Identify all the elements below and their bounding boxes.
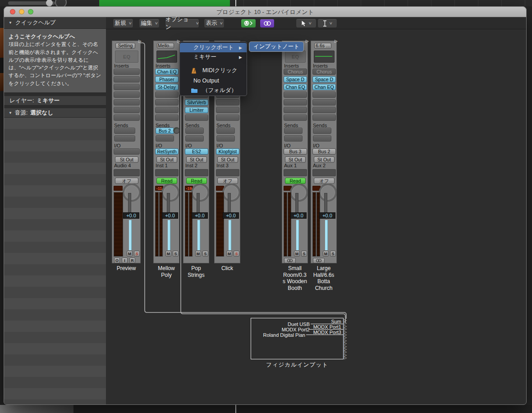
insert-slot[interactable]: [284, 99, 307, 106]
eq-display[interactable]: EQ: [285, 50, 306, 63]
pan-knob[interactable]: [290, 184, 307, 201]
window-titlebar[interactable]: プロジェクト 10 - エンバイロメント: [4, 6, 527, 17]
insert-slot[interactable]: [185, 115, 208, 121]
insert-slot[interactable]: [114, 76, 140, 83]
insert-slot[interactable]: Chan EQ: [155, 69, 179, 75]
insert-slot[interactable]: [114, 84, 140, 90]
group-slot[interactable]: [284, 169, 307, 176]
channel-strip-mellow-poly[interactable]: ▷Mello...InsertsChan EQPhaserSt-DelaySen…: [153, 41, 179, 263]
insert-slot[interactable]: [155, 99, 179, 106]
insert-slot[interactable]: Space D: [312, 76, 336, 83]
send-slot[interactable]: [114, 128, 135, 134]
submenu-item-input-notes[interactable]: インプットノート: [249, 41, 304, 52]
pan-knob[interactable]: [223, 184, 240, 201]
solo-button[interactable]: S: [301, 251, 307, 257]
cable-port-icon[interactable]: ▷: [344, 356, 347, 360]
insert-slot[interactable]: Space D: [284, 76, 307, 83]
stereo-format-button[interactable]: [313, 258, 325, 263]
group-slot[interactable]: [185, 169, 208, 176]
insert-slot[interactable]: [155, 115, 179, 121]
record-enable-button[interactable]: R: [129, 257, 135, 263]
automation-mode-button[interactable]: Read: [186, 178, 207, 184]
send-level-knob[interactable]: [173, 127, 180, 134]
cable-port-icon[interactable]: ▷: [335, 39, 338, 43]
automation-mode-button[interactable]: オフ: [217, 178, 238, 184]
context-menu-item-MIDIクリック[interactable]: MIDIクリック: [180, 65, 247, 76]
menu-button-edit[interactable]: 編集∨: [139, 18, 160, 28]
insert-slot[interactable]: [284, 115, 307, 121]
output-button[interactable]: O: [114, 257, 120, 263]
insert-slot[interactable]: St-Delay: [155, 84, 179, 90]
insert-slot[interactable]: Chan EQ: [312, 84, 336, 90]
insert-slot[interactable]: [114, 115, 140, 121]
input-slot[interactable]: ES2: [185, 148, 208, 155]
context-menu-item-ミキサー[interactable]: ミキサー▶: [180, 52, 247, 62]
source-row[interactable]: ▼ 音源: 選択なし: [4, 108, 106, 118]
solo-button[interactable]: S: [134, 251, 140, 257]
automation-mode-button[interactable]: オフ: [115, 178, 138, 184]
automation-mode-button[interactable]: Read: [285, 178, 306, 184]
insert-slot[interactable]: Limiter: [185, 107, 208, 113]
mute-button[interactable]: M: [323, 251, 329, 257]
midi-in-button[interactable]: [241, 18, 256, 28]
mute-button[interactable]: M: [127, 251, 133, 257]
output-slot[interactable]: St Out: [217, 156, 238, 163]
insert-slot[interactable]: [312, 99, 336, 106]
volume-fader[interactable]: [229, 220, 231, 250]
send-slot[interactable]: [156, 135, 174, 142]
menu-button-options[interactable]: オプション∨: [165, 18, 199, 28]
automation-mode-button[interactable]: Read: [156, 178, 177, 184]
output-slot[interactable]: St Out: [314, 156, 335, 163]
menu-button-new[interactable]: 新規∨: [113, 18, 133, 28]
eq-display[interactable]: EQ: [115, 50, 138, 63]
insert-slot[interactable]: Phaser: [155, 76, 179, 83]
input-slot[interactable]: RetSynth: [155, 148, 179, 155]
stereo-format-button[interactable]: [284, 258, 296, 263]
input-slot[interactable]: Bus 3: [284, 148, 307, 155]
cable-port-icon[interactable]: ▷: [306, 39, 309, 43]
fader-track[interactable]: [295, 193, 298, 213]
insert-slot[interactable]: Chorus: [312, 69, 336, 75]
input-slot[interactable]: Bus 2: [312, 148, 336, 155]
send-slot[interactable]: [284, 128, 303, 134]
context-menu-item-クリックポート[interactable]: クリックポート▶: [180, 43, 247, 52]
group-slot[interactable]: [114, 169, 140, 176]
insert-slot[interactable]: [312, 92, 336, 98]
fader-track[interactable]: [324, 193, 327, 213]
eq-display[interactable]: [156, 50, 177, 63]
strip-setting-button[interactable]: Mello...: [157, 43, 174, 49]
send-slot[interactable]: [185, 128, 204, 134]
fader-track[interactable]: [167, 193, 170, 213]
send-slot[interactable]: [114, 135, 135, 142]
automation-mode-button[interactable]: オフ: [314, 178, 335, 184]
mute-button[interactable]: M: [165, 251, 171, 257]
insert-slot[interactable]: [216, 115, 239, 121]
input-slot[interactable]: Klopfgist: [216, 148, 239, 155]
output-slot[interactable]: St Out: [186, 156, 207, 163]
solo-button[interactable]: S: [234, 251, 239, 257]
send-slot[interactable]: [313, 135, 331, 142]
fader-track[interactable]: [228, 193, 231, 213]
insert-slot[interactable]: [114, 92, 140, 98]
fader-track[interactable]: [128, 193, 131, 213]
insert-slot[interactable]: [284, 107, 307, 113]
insert-slot[interactable]: [216, 99, 239, 106]
cable-port-icon[interactable]: ▷: [138, 39, 142, 43]
volume-fader[interactable]: [325, 220, 328, 250]
link-button[interactable]: [260, 18, 275, 28]
insert-slot[interactable]: [312, 115, 336, 121]
send-slot[interactable]: [313, 128, 331, 134]
channel-strip-large-hall-6-6s-botta-church[interactable]: ▷6.6s ...InsertsChorusSpace DChan EQSend…: [311, 41, 337, 263]
solo-button[interactable]: S: [173, 251, 179, 257]
strip-setting-button[interactable]: 6.6s ...: [314, 43, 331, 49]
insert-slot[interactable]: [155, 92, 179, 98]
input-slot[interactable]: [114, 148, 140, 155]
pan-knob[interactable]: [192, 184, 209, 201]
insert-slot[interactable]: [114, 69, 140, 75]
send-slot[interactable]: Bus 2: [156, 128, 174, 134]
insert-slot[interactable]: Chan EQ: [284, 84, 307, 90]
eq-display[interactable]: [314, 50, 335, 63]
insert-slot[interactable]: [114, 99, 140, 106]
volume-fader[interactable]: [197, 220, 200, 250]
channel-strip-small-room-0-3s-wooden-booth[interactable]: ▷EQInsertsChorusSpace DChan EQSendsI/OBu…: [282, 41, 308, 263]
